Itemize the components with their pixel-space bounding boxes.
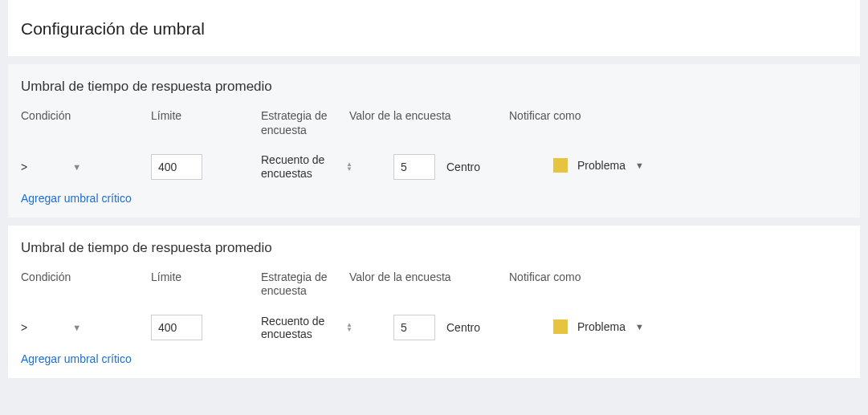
poll-unit: Centro [446,161,480,173]
chevron-down-icon: ▼ [635,161,644,170]
threshold-section: Umbral de tiempo de respuesta promedio C… [8,226,860,379]
limit-input[interactable] [151,154,202,180]
header-condition: Condición [21,109,151,124]
chevron-down-icon: ▼ [635,322,644,332]
header-poll-value: Valor de la encuesta [349,271,509,285]
chevron-down-icon: ▼ [72,323,81,332]
severity-swatch [553,158,568,173]
header-limit: Límite [151,109,261,124]
page-title: Configuración de umbral [21,19,847,39]
header-row: Condición Límite Estrategia de encuesta … [21,109,847,137]
poll-value-input[interactable] [393,315,435,340]
header-poll-value: Valor de la encuesta [349,109,509,124]
header-limit: Límite [151,271,261,285]
header-strategy: Estrategia de encuesta [261,271,349,299]
add-critical-threshold-link[interactable]: Agregar umbral crítico [21,192,132,205]
sort-icon: ▲▼ [346,162,352,172]
condition-dropdown[interactable]: > ▼ [21,321,84,334]
notify-label: Problema [577,159,626,172]
strategy-select[interactable]: Recuento de encuestas ▲▼ [261,315,352,342]
strategy-value: Recuento de encuestas [261,153,341,181]
sort-icon: ▲▼ [346,323,352,332]
header-strategy: Estrategia de encuesta [261,109,349,137]
header-notify-as: Notificar como [509,271,847,285]
value-row: > ▼ Recuento de encuestas ▲▼ Centro [21,153,847,181]
section-title: Umbral de tiempo de respuesta promedio [21,79,847,95]
notify-label: Problema [577,320,626,333]
condition-dropdown[interactable]: > ▼ [21,161,84,173]
value-row: > ▼ Recuento de encuestas ▲▼ Centro [21,315,847,342]
title-card: Configuración de umbral [8,0,860,56]
threshold-section: Umbral de tiempo de respuesta promedio C… [8,64,860,218]
chevron-down-icon: ▼ [72,162,81,172]
header-notify-as: Notificar como [509,109,847,124]
section-title: Umbral de tiempo de respuesta promedio [21,240,847,256]
poll-unit: Centro [446,321,480,334]
add-critical-threshold-link[interactable]: Agregar umbral crítico [21,352,132,365]
notify-dropdown[interactable]: Problema ▼ [553,319,644,334]
condition-value: > [21,161,27,173]
header-row: Condición Límite Estrategia de encuesta … [21,271,847,299]
strategy-select[interactable]: Recuento de encuestas ▲▼ [261,153,352,181]
strategy-value: Recuento de encuestas [261,315,341,342]
poll-value-input[interactable] [393,154,435,180]
limit-input[interactable] [151,315,202,340]
severity-swatch [553,319,568,334]
header-condition: Condición [21,271,151,285]
notify-dropdown[interactable]: Problema ▼ [553,158,644,173]
condition-value: > [21,321,27,334]
